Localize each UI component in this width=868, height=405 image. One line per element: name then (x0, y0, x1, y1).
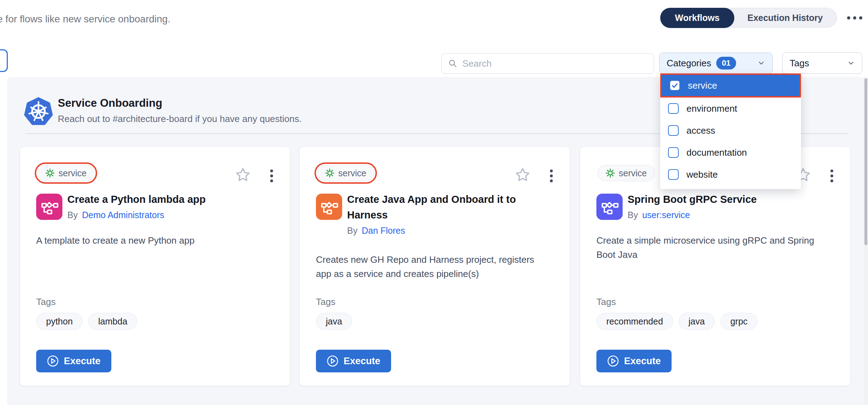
chevron-down-icon (847, 59, 855, 67)
category-chip: service (37, 165, 95, 181)
execute-button[interactable]: Execute (36, 350, 111, 372)
categories-filter-button[interactable]: Categories 01 (659, 52, 773, 74)
category-chip-label: service (59, 168, 87, 178)
dropdown-option-environment[interactable]: environment (660, 98, 801, 120)
execute-label: Execute (64, 356, 101, 367)
card-title: Create a Python lambda app (67, 192, 277, 207)
tags-filter-label: Tags (790, 58, 809, 69)
checkbox-unchecked[interactable] (668, 147, 679, 158)
kubernetes-icon (24, 97, 53, 126)
execute-label: Execute (344, 356, 380, 367)
partial-left-button[interactable] (0, 49, 8, 72)
tab-execution-history[interactable]: Execution History (734, 8, 836, 27)
by-label: By (347, 226, 357, 236)
gear-icon (45, 168, 55, 178)
more-options-icon[interactable] (845, 13, 864, 23)
dropdown-option-label: access (686, 125, 715, 136)
workflow-diagram-icon (600, 198, 619, 216)
by-label: By (628, 210, 638, 220)
scrollbar-thumb[interactable] (864, 78, 867, 245)
author-link[interactable]: Demo Administrators (82, 210, 164, 220)
category-chip-label: service (338, 168, 366, 178)
category-chip-label: service (619, 168, 647, 178)
card-description: A template to create a new Python app (36, 233, 270, 248)
execute-label: Execute (624, 356, 661, 367)
category-chip-highlight: service (35, 162, 97, 184)
card-description: Create a simple microservice using gRPC … (596, 233, 830, 262)
category-chip-highlight: service (315, 162, 377, 184)
checkbox-unchecked[interactable] (668, 103, 679, 114)
search-input[interactable] (462, 58, 647, 69)
play-circle-icon (327, 355, 339, 367)
category-chip-wrap: service (595, 162, 657, 184)
dropdown-option-documentation[interactable]: documentation (660, 142, 801, 163)
section-title: Service Onboarding (58, 97, 162, 110)
tags-label: Tags (36, 296, 56, 307)
kebab-menu-icon[interactable] (268, 168, 275, 184)
workflow-card: service Create Java App and Onboard it t… (300, 147, 570, 386)
tag-chip: grpc (720, 313, 758, 330)
execute-button[interactable]: Execute (316, 350, 391, 372)
kebab-menu-icon[interactable] (828, 168, 835, 184)
execute-button[interactable]: Execute (596, 350, 672, 372)
card-title: Create Java App and Onboard it to Harnes… (347, 192, 544, 223)
author-link[interactable]: Dan Flores (362, 226, 405, 236)
category-chip: service (597, 165, 655, 181)
card-description: Creates new GH Repo and Harness project,… (316, 253, 550, 281)
author-link[interactable]: user:service (642, 210, 690, 220)
workflow-diagram-icon (320, 198, 338, 216)
categories-count-badge: 01 (716, 57, 736, 70)
checkbox-checked[interactable] (669, 80, 680, 91)
dropdown-option-label: service (688, 80, 717, 91)
section-subtitle: Reach out to #architecture-board if you … (58, 113, 302, 124)
category-chip: service (317, 165, 374, 181)
tags-label: Tags (316, 296, 335, 307)
dropdown-option-service[interactable]: service (660, 73, 801, 98)
dropdown-option-website[interactable]: website (660, 163, 801, 185)
tag-chip: java (679, 313, 715, 330)
dropdown-option-access[interactable]: access (660, 120, 801, 142)
card-title: Spring Boot gRPC Service (628, 192, 837, 207)
star-icon[interactable] (515, 167, 530, 182)
play-circle-icon (607, 355, 619, 367)
tag-chip: lambda (88, 313, 137, 330)
workflow-diagram-icon (40, 198, 59, 216)
checkbox-unchecked[interactable] (668, 125, 679, 136)
chevron-down-icon (757, 59, 765, 67)
tag-chip: java (316, 313, 352, 330)
checkbox-unchecked[interactable] (668, 169, 679, 180)
search-icon (448, 59, 457, 68)
star-icon[interactable] (235, 167, 250, 182)
dropdown-option-label: environment (686, 103, 737, 114)
dropdown-option-label: website (686, 169, 718, 180)
tag-chip: recommended (596, 313, 673, 330)
gear-icon (606, 168, 615, 178)
workflow-tile-icon (596, 194, 623, 220)
page-subtitle-partial: e for flows like new service onboarding. (0, 13, 171, 25)
workflow-tile-icon (36, 194, 62, 220)
tag-chip: python (36, 313, 83, 330)
view-toggle: Workflows Execution History (660, 8, 837, 28)
by-label: By (67, 210, 78, 220)
kebab-menu-icon[interactable] (548, 168, 555, 184)
play-circle-icon (47, 355, 59, 367)
gear-icon (325, 168, 334, 178)
search-box (441, 53, 654, 74)
tags-filter-button[interactable]: Tags (782, 52, 862, 74)
workflow-card: service Create a Python lambda app By De… (20, 147, 290, 386)
tags-label: Tags (596, 296, 616, 307)
dropdown-option-label: documentation (686, 147, 747, 158)
tab-workflows[interactable]: Workflows (660, 8, 735, 28)
workflow-tile-icon (316, 194, 342, 220)
categories-dropdown-menu: service environment access documentation… (660, 73, 801, 189)
categories-filter-label: Categories (667, 58, 711, 69)
